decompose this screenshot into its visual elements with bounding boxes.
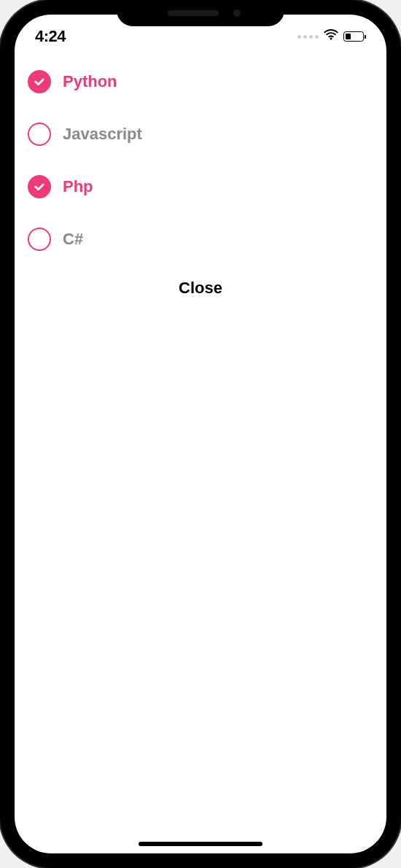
- option-label: C#: [63, 230, 83, 249]
- wifi-icon: [324, 29, 338, 44]
- checkmark-circle-icon: [28, 175, 51, 198]
- battery-icon: [343, 31, 366, 42]
- notch-camera: [233, 9, 241, 17]
- status-time: 4:24: [35, 27, 66, 46]
- device-notch: [117, 0, 284, 26]
- option-php[interactable]: Php: [22, 160, 379, 213]
- option-label: Python: [63, 72, 117, 91]
- close-button[interactable]: Close: [22, 266, 379, 311]
- device-frame: 4:24: [0, 0, 401, 868]
- option-javascript[interactable]: Javascript: [22, 108, 379, 160]
- notch-speaker: [168, 10, 219, 16]
- option-csharp[interactable]: C#: [22, 213, 379, 266]
- cellular-dots-icon: [297, 35, 319, 39]
- options-list: Python Javascript Php C# Close: [15, 50, 386, 311]
- option-label: Javascript: [63, 125, 142, 144]
- home-indicator[interactable]: [139, 842, 262, 846]
- status-right: [297, 29, 366, 44]
- empty-circle-icon: [28, 123, 51, 146]
- empty-circle-icon: [28, 228, 51, 251]
- option-label: Php: [63, 177, 93, 196]
- option-python[interactable]: Python: [22, 55, 379, 108]
- device-screen: 4:24: [15, 15, 386, 853]
- checkmark-circle-icon: [28, 70, 51, 93]
